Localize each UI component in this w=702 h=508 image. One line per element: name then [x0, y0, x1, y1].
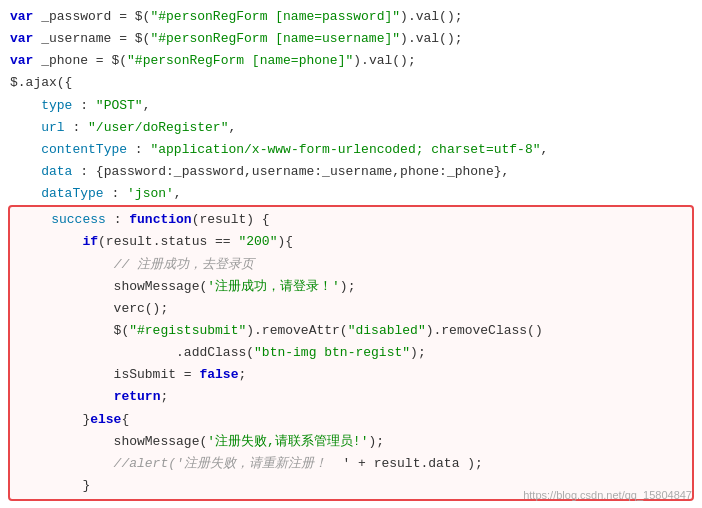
code-line-h12: //alert('注册失败，请重新注册！ ' + result.data );: [10, 453, 692, 475]
code-line-line8: data : {password:_password,username:_use…: [0, 161, 702, 183]
code-token: [10, 118, 41, 138]
code-line-h6: $("#registsubmit").removeAttr("disabled"…: [10, 320, 692, 342]
code-token: "/user/doRegister": [88, 118, 228, 138]
code-token: ){: [277, 232, 293, 252]
code-token: ).val();: [353, 51, 415, 71]
code-token: :: [106, 210, 129, 230]
code-token: "POST": [96, 96, 143, 116]
code-token: _username = $(: [33, 29, 150, 49]
code-line-line9: dataType : 'json',: [0, 183, 702, 205]
code-token: [20, 210, 51, 230]
code-token: [10, 140, 41, 160]
code-token: $(: [20, 321, 129, 341]
code-token: [10, 96, 41, 116]
code-token: var: [10, 51, 33, 71]
code-token: contentType: [41, 140, 127, 160]
code-line-line6: url : "/user/doRegister",: [0, 117, 702, 139]
code-token: );: [410, 343, 426, 363]
code-line-h4: showMessage('注册成功，请登录！');: [10, 276, 692, 298]
code-token: false: [199, 365, 238, 385]
code-token: );: [340, 277, 356, 297]
code-token: else: [90, 410, 121, 430]
code-token: // 注册成功，去登录页: [114, 255, 254, 275]
code-token: function: [129, 210, 191, 230]
code-line-h10: }else{: [10, 409, 692, 431]
code-token: '注册成功，请登录！': [207, 277, 340, 297]
code-token: ,: [174, 184, 182, 204]
code-line-h9: return;: [10, 386, 692, 408]
code-token: url: [41, 118, 64, 138]
code-token: "#registsubmit": [129, 321, 246, 341]
code-token: [20, 387, 114, 407]
code-token: "#personRegForm [name=password]": [150, 7, 400, 27]
code-token: verc();: [20, 299, 168, 319]
code-token: isSubmit =: [20, 365, 199, 385]
code-token: return: [114, 387, 161, 407]
code-token: [20, 255, 114, 275]
code-line-h1: success : function(result) {: [10, 209, 692, 231]
code-token: data: [41, 162, 72, 182]
code-line-line4: $.ajax({: [0, 72, 702, 94]
code-token: dataType: [41, 184, 103, 204]
code-token: :: [127, 140, 150, 160]
code-token: 'json': [127, 184, 174, 204]
code-token: : {password:_password,username:_username…: [72, 162, 509, 182]
code-token: ,: [228, 118, 236, 138]
code-line-h2: if(result.status == "200"){: [10, 231, 692, 253]
highlighted-code-block: success : function(result) { if(result.s…: [8, 205, 694, 501]
code-line-h11: showMessage('注册失败,请联系管理员!');: [10, 431, 692, 453]
code-token: "application/x-www-form-urlencoded; char…: [150, 140, 540, 160]
code-line-line3: var _phone = $("#personRegForm [name=pho…: [0, 50, 702, 72]
code-token: ;: [238, 365, 246, 385]
code-token: var: [10, 29, 33, 49]
code-token: showMessage(: [20, 432, 207, 452]
code-token: success: [51, 210, 106, 230]
code-token: ).val();: [400, 7, 462, 27]
code-token: ' + result.data );: [327, 454, 483, 474]
code-line-line7: contentType : "application/x-www-form-ur…: [0, 139, 702, 161]
code-token: .addClass(: [20, 343, 254, 363]
code-token: :: [65, 118, 88, 138]
code-token: :: [72, 96, 95, 116]
code-token: [10, 184, 41, 204]
code-token: if: [82, 232, 98, 252]
code-token: }: [20, 476, 90, 496]
code-token: ).removeAttr(: [246, 321, 347, 341]
code-token: :: [104, 184, 127, 204]
code-top-section: var _password = $("#personRegForm [name=…: [0, 6, 702, 205]
code-token: var: [10, 7, 33, 27]
code-token: {: [121, 410, 129, 430]
code-token: [10, 162, 41, 182]
code-token: }: [20, 410, 90, 430]
code-token: "disabled": [348, 321, 426, 341]
code-token: _phone = $(: [33, 51, 127, 71]
code-line-h5: verc();: [10, 298, 692, 320]
watermark: https://blog.csdn.net/qq_15804847: [523, 489, 692, 501]
code-token: '注册失败,请联系管理员!': [207, 432, 368, 452]
code-token: "btn-img btn-regist": [254, 343, 410, 363]
code-line-h3: // 注册成功，去登录页: [10, 254, 692, 276]
code-token: ;: [160, 387, 168, 407]
code-token: type: [41, 96, 72, 116]
code-token: "200": [238, 232, 277, 252]
code-token: ,: [143, 96, 151, 116]
code-token: ).val();: [400, 29, 462, 49]
code-line-h7: .addClass("btn-img btn-regist");: [10, 342, 692, 364]
code-token: //alert('注册失败，请重新注册！: [20, 454, 327, 474]
code-token: (result) {: [192, 210, 270, 230]
code-token: "#personRegForm [name=phone]": [127, 51, 353, 71]
code-line-line2: var _username = $("#personRegForm [name=…: [0, 28, 702, 50]
code-token: (result.status ==: [98, 232, 238, 252]
code-line-line1: var _password = $("#personRegForm [name=…: [0, 6, 702, 28]
code-token: );: [368, 432, 384, 452]
code-token: _password = $(: [33, 7, 150, 27]
code-token: ).removeClass(): [426, 321, 543, 341]
code-token: ,: [541, 140, 549, 160]
code-token: $.ajax({: [10, 73, 72, 93]
code-line-line5: type : "POST",: [0, 95, 702, 117]
code-token: [20, 232, 82, 252]
code-token: showMessage(: [20, 277, 207, 297]
code-line-h8: isSubmit = false;: [10, 364, 692, 386]
code-token: "#personRegForm [name=username]": [150, 29, 400, 49]
code-editor: var _password = $("#personRegForm [name=…: [0, 0, 702, 507]
